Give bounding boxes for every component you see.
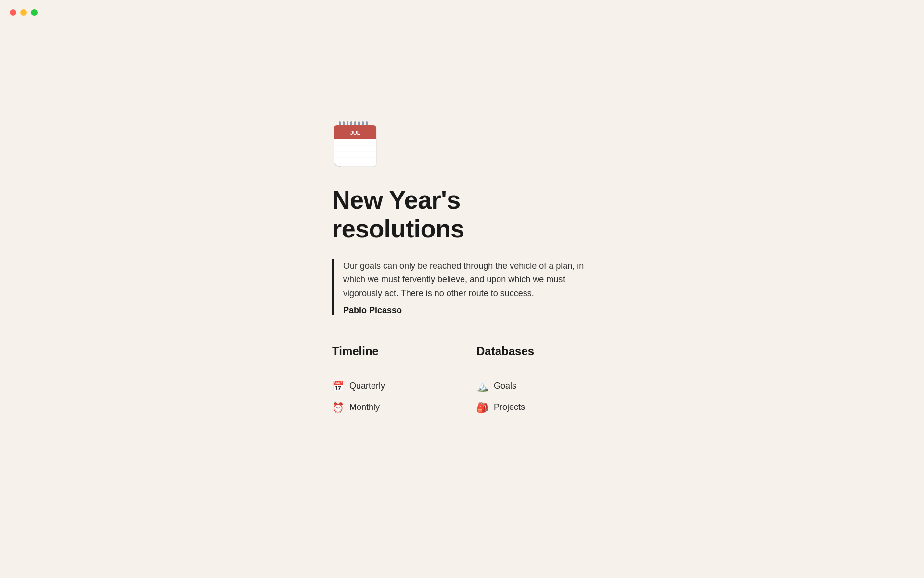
databases-heading: Databases (476, 344, 592, 358)
page-icon-area: JUL (332, 121, 592, 171)
timeline-item-monthly[interactable]: ⏰ Monthly (332, 397, 448, 418)
blockquote-text: Our goals can only be reached through th… (343, 259, 592, 301)
quarterly-label: Quarterly (349, 381, 385, 391)
monthly-icon: ⏰ (332, 402, 344, 413)
timeline-divider (332, 366, 448, 366)
svg-text:JUL: JUL (350, 130, 360, 136)
blockquote-author: Pablo Picasso (343, 305, 592, 315)
minimize-button[interactable] (20, 9, 27, 16)
projects-label: Projects (494, 402, 525, 412)
timeline-column: Timeline 📅 Quarterly ⏰ Monthly (332, 344, 448, 418)
databases-column: Databases 🏔️ Goals 🎒 Projects (476, 344, 592, 418)
blockquote: Our goals can only be reached through th… (332, 259, 592, 315)
timeline-heading: Timeline (332, 344, 448, 358)
database-item-projects[interactable]: 🎒 Projects (476, 397, 592, 418)
cover-area (332, 25, 592, 112)
main-content: JUL New Year's resolutions Our goals can… (245, 0, 679, 418)
page-title: New Year's resolutions (332, 186, 592, 244)
maximize-button[interactable] (31, 9, 38, 16)
projects-icon: 🎒 (476, 402, 488, 413)
calendar-icon: JUL (332, 121, 378, 170)
quarterly-icon: 📅 (332, 381, 344, 392)
close-button[interactable] (10, 9, 16, 16)
database-item-goals[interactable]: 🏔️ Goals (476, 376, 592, 397)
timeline-item-quarterly[interactable]: 📅 Quarterly (332, 376, 448, 397)
monthly-label: Monthly (349, 402, 380, 412)
title-bar (0, 0, 924, 25)
two-columns-section: Timeline 📅 Quarterly ⏰ Monthly Databases… (332, 344, 592, 418)
databases-divider (476, 366, 592, 366)
goals-icon: 🏔️ (476, 381, 488, 392)
goals-label: Goals (494, 381, 516, 391)
